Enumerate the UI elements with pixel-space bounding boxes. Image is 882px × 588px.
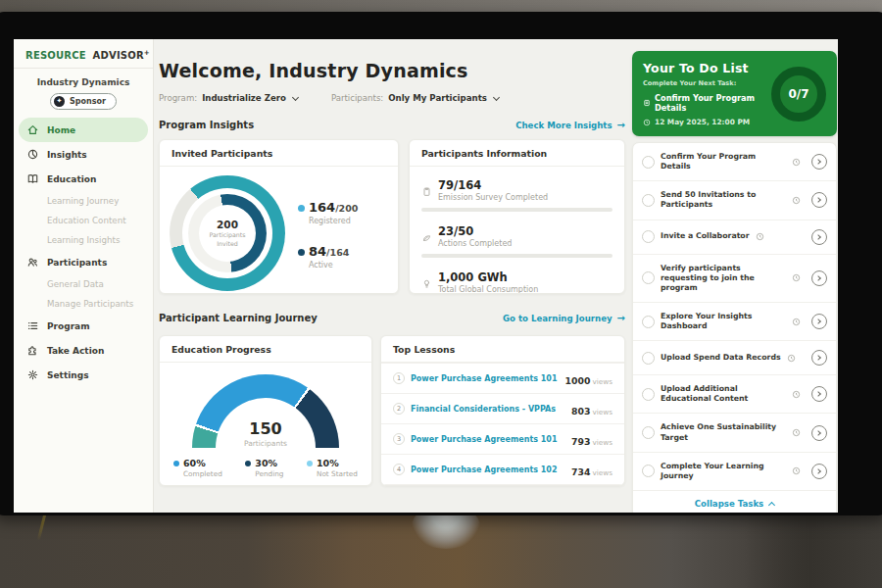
- sidebar-item-label: Home: [47, 125, 75, 135]
- lesson-row: 2 Financial Considerations - VPPAs 803vi…: [381, 393, 624, 423]
- task-checkbox[interactable]: [642, 230, 655, 243]
- task-checkbox[interactable]: [642, 316, 655, 328]
- task-row[interactable]: Upload Additional Educational Content: [633, 375, 836, 414]
- task-open-button[interactable]: [811, 314, 827, 329]
- task-checkbox[interactable]: [642, 352, 655, 365]
- sidebar-item-education[interactable]: Education: [19, 167, 148, 191]
- lesson-link[interactable]: Power Purchase Agreements 102: [411, 466, 571, 474]
- task-open-button[interactable]: [811, 154, 827, 170]
- task-open-button[interactable]: [811, 229, 827, 245]
- sidebar-item-insights[interactable]: Insights: [19, 142, 148, 167]
- task-row[interactable]: Upload Spend Data Records: [633, 341, 836, 375]
- task-open-button[interactable]: [811, 464, 827, 479]
- legend-dot: [245, 461, 251, 466]
- rank-badge: 1: [393, 372, 405, 384]
- sidebar-item-settings[interactable]: Settings: [19, 363, 148, 387]
- task-row[interactable]: Invite a Collaborator: [633, 220, 836, 255]
- legend-dot: [307, 461, 313, 466]
- sidebar-item-participants[interactable]: Participants: [19, 250, 148, 274]
- sidebar-item-learning-insights[interactable]: Learning Insights: [19, 230, 148, 250]
- program-dropdown[interactable]: Program: Industrialize Zero: [159, 93, 298, 103]
- task-clock-icon: [792, 158, 801, 167]
- task-open-button[interactable]: [811, 386, 827, 402]
- clock-icon: [643, 119, 651, 126]
- gauge-legend: 60% Completed 30% Pending 10% Not Starte…: [160, 448, 371, 478]
- go-to-learning-journey-link[interactable]: Go to Learning Journey →: [503, 313, 625, 323]
- task-row[interactable]: Explore Your Insights Dashboard: [633, 303, 836, 341]
- participants-dropdown[interactable]: Participants: Only My Participants: [331, 93, 499, 103]
- task-label: Explore Your Insights Dashboard: [661, 312, 786, 331]
- legend-value: 84: [309, 244, 326, 259]
- bulb-icon: [421, 274, 432, 285]
- task-label: Verify participants requesting to join t…: [661, 264, 786, 293]
- task-row[interactable]: Confirm Your Program Details: [633, 143, 836, 181]
- stat-total-consumption: 1,000 GWh Total Global Consumption: [421, 265, 612, 294]
- task-row[interactable]: Achieve One Sustainability Target: [633, 414, 836, 452]
- lesson-link[interactable]: Financial Considerations - VPPAs: [411, 405, 571, 414]
- donut-legend: 164/200 Registered 84/164 Active: [298, 197, 358, 270]
- task-checkbox[interactable]: [642, 271, 655, 284]
- sidebar-item-general-data[interactable]: General Data: [19, 274, 148, 294]
- gauge-wrap: 150 Participants: [160, 363, 371, 448]
- todo-next-due: 12 May 2025, 12:00 PM: [655, 118, 750, 126]
- todo-subtitle: Complete Your Next Task:: [643, 79, 763, 87]
- sidebar-item-home[interactable]: Home: [19, 118, 148, 142]
- sidebar-item-label: Participants: [47, 258, 107, 268]
- donut-center-caption: Participants Invited: [207, 231, 248, 247]
- collapse-label: Collapse Tasks: [695, 499, 764, 509]
- card-title: Participants Information: [410, 140, 624, 167]
- views-count: 803: [571, 406, 590, 416]
- learning-journey-section-header: Participant Learning Journey Go to Learn…: [159, 313, 625, 323]
- task-open-button[interactable]: [811, 270, 827, 286]
- puzzle-icon: [26, 344, 39, 357]
- sponsor-badge-icon: ✦: [54, 96, 65, 107]
- task-checkbox[interactable]: [642, 465, 655, 477]
- sidebar-item-take-action[interactable]: Take Action: [19, 338, 148, 363]
- info-card-body: 79/164 Emission Survey Completed 23/50 A…: [410, 167, 624, 294]
- chevron-right-icon: [815, 234, 821, 240]
- task-checkbox[interactable]: [642, 388, 655, 401]
- progress-track: [421, 254, 612, 258]
- stat-label: Actions Completed: [438, 239, 612, 248]
- task-open-button[interactable]: [811, 192, 827, 208]
- todo-progress-ring: 0/7: [771, 67, 826, 122]
- sidebar-item-manage-participants[interactable]: Manage Participants: [19, 294, 148, 314]
- legend-label: Registered: [309, 217, 358, 225]
- views-count: 734: [571, 466, 590, 477]
- dashboard-screen: RESOURCE ADVISOR+ Industry Dynamics ✦ Sp…: [14, 39, 838, 513]
- sidebar-item-label: Education: [47, 174, 96, 184]
- sponsor-badge[interactable]: ✦ Sponsor: [50, 93, 117, 110]
- donut-center-value: 200: [217, 219, 238, 230]
- sidebar-item-label: General Data: [47, 279, 104, 289]
- people-icon: [26, 256, 39, 269]
- lesson-link[interactable]: Power Purchase Agreements 101: [411, 435, 571, 444]
- chevron-right-icon: [815, 468, 821, 474]
- task-open-button[interactable]: [811, 425, 827, 441]
- education-gauge-chart: 150 Participants: [192, 374, 339, 448]
- todo-next-task: Confirm Your Program Details: [655, 93, 763, 113]
- sidebar-item-education-content[interactable]: Education Content: [19, 211, 148, 230]
- task-row[interactable]: Complete Your Learning Journey: [633, 453, 836, 491]
- task-open-button[interactable]: [811, 350, 827, 366]
- sidebar-item-program[interactable]: Program: [19, 314, 148, 338]
- link-label: Go to Learning Journey: [503, 314, 612, 323]
- progress-track: [421, 208, 612, 212]
- task-row[interactable]: Verify participants requesting to join t…: [633, 255, 836, 303]
- gauge-center: 150 Participants: [192, 421, 339, 448]
- todo-task-list: Confirm Your Program Details Send 50 Inv…: [632, 142, 837, 513]
- task-row[interactable]: Send 50 Invitations to Participants: [633, 181, 836, 220]
- task-clock-icon: [792, 428, 801, 437]
- sidebar-item-learning-journey[interactable]: Learning Journey: [19, 191, 148, 211]
- legend-label: Active: [309, 261, 358, 270]
- collapse-tasks-link[interactable]: Collapse Tasks: [633, 491, 836, 513]
- lesson-link[interactable]: Power Purchase Agreements 101: [411, 374, 565, 383]
- task-checkbox[interactable]: [642, 194, 655, 207]
- book-icon: [26, 172, 39, 185]
- task-checkbox[interactable]: [642, 156, 655, 169]
- todo-progress-value: 0/7: [788, 87, 808, 101]
- gear-icon: [26, 368, 39, 381]
- check-more-insights-link[interactable]: Check More Insights →: [515, 120, 625, 130]
- task-label: Invite a Collaborator: [661, 231, 750, 241]
- program-dropdown-value: Industrialize Zero: [202, 93, 286, 103]
- task-checkbox[interactable]: [642, 426, 655, 439]
